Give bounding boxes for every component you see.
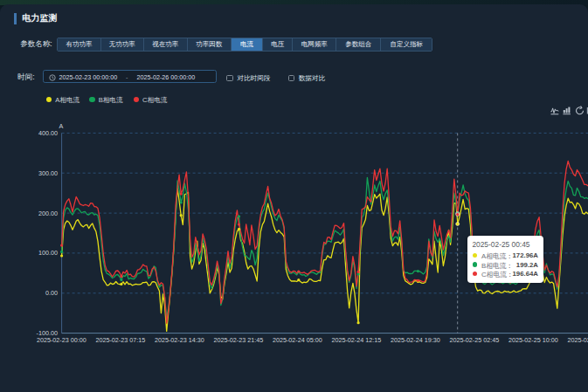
svg-text:2025-02-23 14:30: 2025-02-23 14:30 — [155, 336, 204, 344]
svg-text:2025-02-25 17:15: 2025-02-25 17:15 — [567, 336, 588, 344]
svg-text:2025-02-23 00:00: 2025-02-23 00:00 — [37, 336, 86, 344]
svg-text:200.00: 200.00 — [38, 210, 58, 217]
svg-text:100.00: 100.00 — [38, 249, 58, 257]
svg-text:0.00: 0.00 — [45, 289, 58, 297]
svg-text:2025-02-24 05:00: 2025-02-24 05:00 — [273, 336, 322, 344]
svg-text:2025-02-23 07:15: 2025-02-23 07:15 — [95, 336, 145, 344]
svg-text:2025-02-25 02:45: 2025-02-25 02:45 — [449, 336, 499, 344]
svg-text:300.00: 300.00 — [38, 169, 58, 177]
svg-text:400.00: 400.00 — [38, 129, 58, 137]
svg-text:2025-02-25 10:00: 2025-02-25 10:00 — [508, 336, 558, 344]
svg-text:2025-02-23 21:45: 2025-02-23 21:45 — [213, 336, 263, 344]
svg-text:A: A — [59, 122, 64, 130]
svg-text:2025-02-24 19:30: 2025-02-24 19:30 — [391, 336, 440, 344]
svg-text:2025-02-24 12:15: 2025-02-24 12:15 — [331, 336, 381, 344]
